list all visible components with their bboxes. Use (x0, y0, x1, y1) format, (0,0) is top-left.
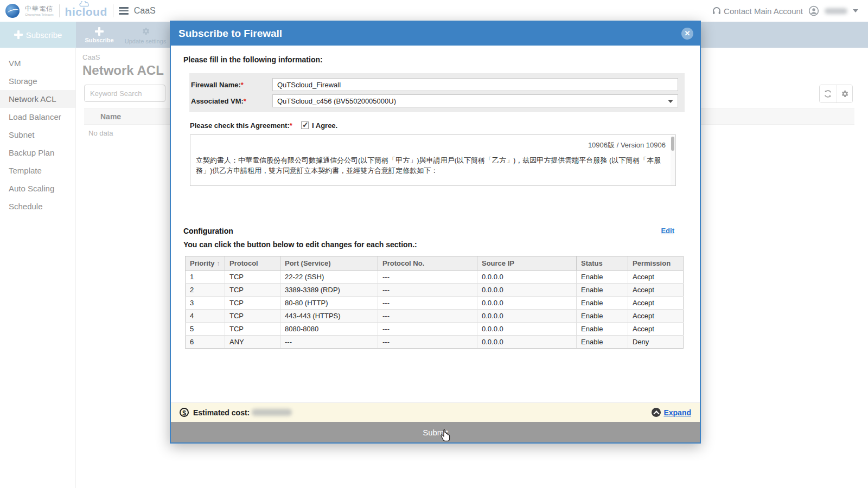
cell-priority: 4 (186, 310, 225, 323)
associated-vm-value: QuTScloud_c456 (BV55020005000U) (277, 97, 396, 105)
app-name: CaaS (134, 6, 156, 16)
agreement-label: Please check this Agreement:* (190, 121, 301, 130)
scrollbar[interactable] (671, 136, 675, 186)
bg-name-header[interactable]: Name (100, 112, 121, 121)
cell-permission: Accept (628, 323, 684, 336)
cloud-icon (79, 1, 90, 7)
cell-status: Enable (577, 336, 628, 349)
cell-status: Enable (577, 310, 628, 323)
cell-source-ip: 0.0.0.0 (477, 297, 577, 310)
subscribe-label: Subscribe (26, 30, 62, 40)
subscribe-toolbar-label: Subscribe (85, 37, 113, 43)
header-protocol[interactable]: Protocol (225, 256, 280, 271)
header-status[interactable]: Status (577, 256, 628, 271)
cell-permission: Accept (628, 297, 684, 310)
close-icon[interactable]: ✕ (681, 28, 693, 40)
cell-permission: Accept (628, 310, 684, 323)
sidebar-item-backup-plan[interactable]: Backup Plan (0, 144, 75, 162)
header-priority[interactable]: Priority ↑ (186, 256, 225, 271)
expand-control[interactable]: Expand (652, 408, 691, 417)
subscribe-firewall-modal: Subscribe to Firewall ✕ Please fill in t… (170, 21, 701, 444)
edit-link[interactable]: Edit (661, 227, 674, 235)
configuration-heading: Configuration (183, 227, 233, 235)
top-bar: 中華電信 Chunghwa Telecom hicloud CaaS Conta… (0, 0, 868, 22)
estimated-cost-bar: $ Estimated cost: Expand (171, 402, 700, 422)
sidebar-item-network-acl[interactable]: Network ACL (0, 90, 75, 108)
header-source-ip[interactable]: Source IP (477, 256, 577, 271)
cell-port: 443-443 (HTTPS) (280, 310, 378, 323)
headset-icon (712, 6, 722, 16)
top-right-controls: Contact Main Account (712, 0, 858, 22)
subscribe-button-toolbar[interactable]: Subscribe (81, 24, 117, 47)
cell-protocol-no: --- (378, 271, 477, 284)
firewall-name-row: Firewall Name:* (190, 76, 678, 93)
modal-title: Subscribe to Firewall (178, 28, 282, 40)
firewall-name-label-text: Firewall Name: (191, 81, 241, 89)
subscribe-button-sidebar[interactable]: Subscribe (0, 22, 76, 48)
menu-icon[interactable] (119, 5, 129, 16)
chevron-down-icon[interactable] (853, 9, 858, 12)
empty-state-text: No data (88, 129, 113, 137)
cell-permission: Accept (628, 271, 684, 284)
required-mark: * (244, 97, 246, 105)
cell-port: 22-22 (SSH) (280, 271, 378, 284)
divider (59, 4, 60, 17)
settings-button[interactable] (836, 85, 852, 102)
expand-up-icon (652, 408, 661, 417)
sidebar-item-subnet[interactable]: Subnet (0, 126, 75, 144)
cell-protocol: ANY (225, 336, 280, 349)
modal-intro: Please fill in the following information… (183, 55, 323, 64)
cell-protocol-no: --- (378, 297, 477, 310)
cell-priority: 6 (186, 336, 225, 349)
scrollbar-thumb[interactable] (671, 137, 674, 151)
sidebar-item-load-balancer[interactable]: Load Balancer (0, 108, 75, 126)
table-row: 4 TCP 443-443 (HTTPS) --- 0.0.0.0 Enable… (186, 310, 684, 323)
associated-vm-row: Associated VM:* QuTScloud_c456 (BV550200… (190, 93, 678, 109)
hicloud-logo-text: hicloud (65, 5, 107, 18)
cell-permission: Accept (628, 284, 684, 297)
header-port-service[interactable]: Port (Service) (280, 256, 378, 271)
sidebar-item-template[interactable]: Template (0, 162, 75, 179)
sidebar-item-storage[interactable]: Storage (0, 72, 75, 90)
hicloud-logo[interactable]: hicloud (65, 3, 107, 18)
agree-checkbox[interactable] (301, 121, 309, 129)
header-permission[interactable]: Permission (628, 256, 684, 271)
cell-status: Enable (577, 284, 628, 297)
cell-protocol: TCP (225, 323, 280, 336)
gear-icon (141, 27, 150, 37)
submit-button[interactable]: Submit (171, 422, 700, 442)
chunghwa-logo-icon (5, 4, 20, 18)
search-input[interactable] (84, 85, 165, 102)
sidebar-item-vm[interactable]: VM (0, 54, 75, 72)
cell-protocol: TCP (225, 310, 280, 323)
modal-header: Subscribe to Firewall ✕ (171, 22, 700, 46)
contact-label: Contact Main Account (724, 7, 803, 16)
expand-link[interactable]: Expand (663, 408, 691, 417)
associated-vm-select[interactable]: QuTScloud_c456 (BV55020005000U) (272, 94, 678, 107)
user-name-blurred (825, 8, 847, 14)
header-protocol-no[interactable]: Protocol No. (378, 256, 477, 271)
refresh-button[interactable] (820, 85, 836, 102)
agreement-version: 10906版 / Version 10906 (196, 140, 666, 150)
cell-port: 80-80 (HTTP) (280, 297, 378, 310)
refresh-icon (824, 89, 832, 98)
update-settings-button[interactable]: Update settings (123, 24, 168, 47)
contact-main-account[interactable]: Contact Main Account (712, 6, 803, 16)
breadcrumb[interactable]: CaaS (82, 53, 100, 61)
divider (113, 4, 113, 17)
cell-source-ip: 0.0.0.0 (477, 310, 577, 323)
sidebar-item-auto-scaling[interactable]: Auto Scaling (0, 179, 75, 197)
firewall-name-label: Firewall Name:* (190, 81, 272, 89)
cell-priority: 1 (186, 271, 225, 284)
user-icon[interactable] (808, 5, 819, 16)
header-priority-label: Priority (190, 259, 215, 267)
cell-source-ip: 0.0.0.0 (477, 271, 577, 284)
sidebar-item-schedule[interactable]: Schedule (0, 197, 75, 215)
agreement-textbox[interactable]: 10906版 / Version 10906 立契約書人：中華電信股份有限公司數… (190, 134, 676, 186)
table-row: 1 TCP 22-22 (SSH) --- 0.0.0.0 Enable Acc… (186, 271, 684, 284)
sidebar-nav: VM Storage Network ACL Load Balancer Sub… (0, 48, 76, 488)
firewall-name-field[interactable] (272, 78, 678, 91)
modal-body: Please fill in the following information… (171, 46, 700, 442)
plus-icon (14, 30, 23, 39)
cell-protocol-no: --- (378, 284, 477, 297)
